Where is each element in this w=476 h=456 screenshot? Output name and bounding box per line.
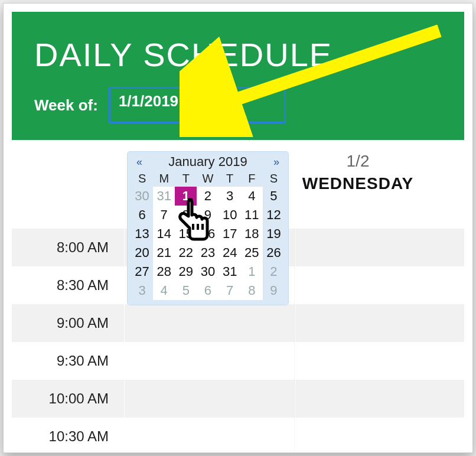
date-picker-day[interactable]: 19 xyxy=(263,224,285,243)
date-picker-day[interactable]: 6 xyxy=(131,206,153,224)
date-picker-day[interactable]: 21 xyxy=(153,243,175,262)
schedule-cell[interactable] xyxy=(124,418,295,453)
date-picker-day[interactable]: 3 xyxy=(219,187,241,206)
time-label: 10:00 AM xyxy=(12,390,124,407)
date-picker-header: « January 2019 » xyxy=(131,152,285,172)
schedule-cell[interactable] xyxy=(295,342,465,380)
time-label: 8:00 AM xyxy=(12,239,124,256)
date-picker-day[interactable]: 14 xyxy=(153,224,175,243)
time-label: 9:30 AM xyxy=(12,353,124,369)
date-picker-dow: M xyxy=(153,172,175,187)
date-picker-dow: W xyxy=(197,172,219,187)
date-picker-day[interactable]: 28 xyxy=(153,262,175,281)
date-picker-day[interactable]: 26 xyxy=(263,243,285,262)
time-row: 10:30 AM xyxy=(12,418,464,453)
page-title: DAILY SCHEDULE xyxy=(34,35,442,74)
date-picker-day[interactable]: 1 xyxy=(241,262,263,281)
date-picker-day[interactable]: 24 xyxy=(219,243,241,262)
date-picker-day[interactable]: 10 xyxy=(219,206,241,224)
date-picker-day[interactable]: 20 xyxy=(131,243,153,262)
date-picker-dow: T xyxy=(219,172,241,187)
date-picker-day[interactable]: 3 xyxy=(131,281,153,300)
date-picker-day[interactable]: 31 xyxy=(219,262,241,281)
date-picker-dow: F xyxy=(241,172,263,187)
time-row: 10:00 AM xyxy=(12,380,464,418)
day-header-tile: 1/2 WEDNESDAY xyxy=(287,152,429,217)
date-picker-day[interactable]: 7 xyxy=(219,281,241,300)
date-picker-day[interactable]: 12 xyxy=(263,206,285,224)
date-picker-day[interactable]: 4 xyxy=(153,281,175,300)
schedule-cell[interactable] xyxy=(295,304,465,342)
date-picker-day[interactable]: 23 xyxy=(197,243,219,262)
schedule-cell[interactable] xyxy=(295,418,465,453)
schedule-cell[interactable] xyxy=(295,266,465,304)
date-picker-day[interactable]: 2 xyxy=(197,187,219,206)
date-picker-day[interactable]: 18 xyxy=(241,224,263,243)
day-header-name: WEDNESDAY xyxy=(287,174,429,193)
date-picker-day[interactable]: 11 xyxy=(241,206,263,224)
date-picker-month-label[interactable]: January 2019 xyxy=(168,154,247,170)
schedule-cell[interactable] xyxy=(124,342,295,380)
date-picker-day[interactable]: 25 xyxy=(241,243,263,262)
day-header-date: 1/2 xyxy=(287,152,429,171)
date-picker-prev-icon[interactable]: « xyxy=(133,156,145,168)
time-row: 9:30 AM xyxy=(12,342,464,380)
date-picker-dow: S xyxy=(131,172,153,187)
date-picker-day[interactable]: 8 xyxy=(175,206,197,224)
date-picker-day[interactable]: 6 xyxy=(197,281,219,300)
schedule-cell[interactable] xyxy=(295,229,465,266)
date-picker-day[interactable]: 8 xyxy=(241,281,263,300)
schedule-cell[interactable] xyxy=(295,380,465,418)
date-picker-day[interactable]: 27 xyxy=(131,262,153,281)
schedule-cell[interactable] xyxy=(124,304,295,342)
date-picker-day[interactable]: 30 xyxy=(197,262,219,281)
app-window: DAILY SCHEDULE Week of: 1/1/2019 1/2 WED… xyxy=(3,3,473,453)
time-row: 9:00 AM xyxy=(12,304,464,342)
date-picker-day[interactable]: 5 xyxy=(263,187,285,206)
date-picker-dow: T xyxy=(175,172,197,187)
date-picker-day[interactable]: 9 xyxy=(263,281,285,300)
week-of-row: Week of: 1/1/2019 xyxy=(34,87,442,123)
date-picker-dow: S xyxy=(263,172,285,187)
date-picker-day[interactable]: 9 xyxy=(197,206,219,224)
date-picker-day[interactable]: 17 xyxy=(219,224,241,243)
schedule-cell[interactable] xyxy=(124,380,295,418)
date-picker-day[interactable]: 13 xyxy=(131,224,153,243)
date-picker-day[interactable]: 2 xyxy=(263,262,285,281)
time-label: 10:30 AM xyxy=(12,428,124,445)
time-label: 8:30 AM xyxy=(12,277,124,294)
time-label: 9:00 AM xyxy=(12,315,124,331)
date-picker-day[interactable]: 29 xyxy=(175,262,197,281)
date-picker-day[interactable]: 30 xyxy=(131,187,153,206)
date-picker-day[interactable]: 15 xyxy=(175,224,197,243)
week-of-label: Week of: xyxy=(34,96,98,115)
schedule-header: DAILY SCHEDULE Week of: 1/1/2019 xyxy=(12,12,464,140)
date-picker-day[interactable]: 5 xyxy=(175,281,197,300)
date-picker-day[interactable]: 7 xyxy=(153,206,175,224)
date-picker[interactable]: « January 2019 » SMTWTFS 303112345678910… xyxy=(128,152,288,305)
week-of-input[interactable]: 1/1/2019 xyxy=(109,87,286,123)
date-picker-day[interactable]: 4 xyxy=(241,187,263,206)
date-picker-day[interactable]: 1 xyxy=(175,187,197,206)
date-picker-day[interactable]: 16 xyxy=(197,224,219,243)
date-picker-next-icon[interactable]: » xyxy=(270,156,282,168)
week-of-value: 1/1/2019 xyxy=(119,92,178,110)
text-caret xyxy=(180,92,181,109)
date-picker-day[interactable]: 22 xyxy=(175,243,197,262)
date-picker-day[interactable]: 31 xyxy=(153,187,175,206)
